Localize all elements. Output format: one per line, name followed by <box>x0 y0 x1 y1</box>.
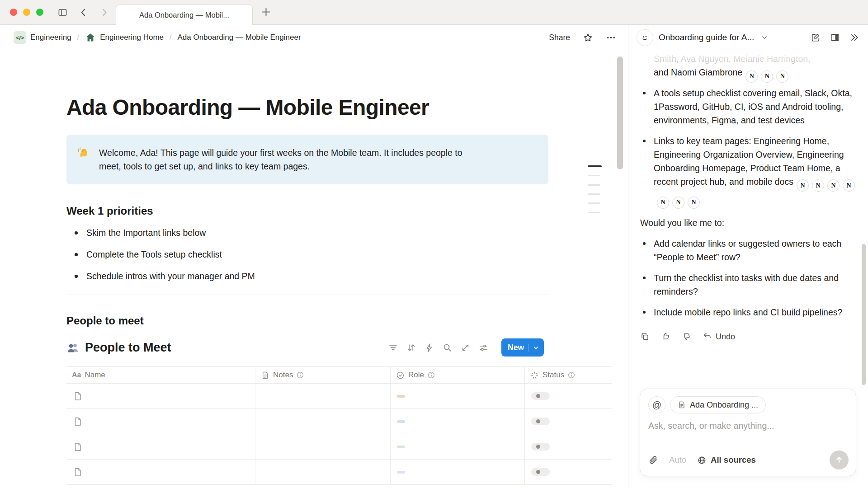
notion-page-badge-icon[interactable]: N <box>745 70 758 83</box>
cell-role[interactable] <box>390 384 524 408</box>
page-doc-icon <box>73 442 83 452</box>
ai-panel-scrollbar[interactable] <box>862 244 866 385</box>
page-doc-icon <box>73 391 83 401</box>
minimize-window-button[interactable] <box>23 9 30 16</box>
week1-item: Skim the Important links below <box>66 226 628 239</box>
people-table: Aa Name Notes Role St <box>66 366 612 485</box>
zoom-window-button[interactable] <box>36 9 43 16</box>
status-pill <box>531 468 550 476</box>
info-icon[interactable] <box>568 371 575 379</box>
breadcrumb-separator: / <box>170 33 171 42</box>
outline-line[interactable] <box>588 165 602 167</box>
outline-line[interactable] <box>588 184 600 186</box>
search-icon[interactable] <box>443 343 452 352</box>
cell-name[interactable] <box>66 434 255 459</box>
expand-icon[interactable] <box>461 343 470 352</box>
cell-notes[interactable] <box>255 409 390 434</box>
cell-role[interactable] <box>390 460 524 484</box>
view-settings-icon[interactable] <box>479 343 488 352</box>
forward-icon[interactable] <box>99 7 109 18</box>
send-button[interactable] <box>830 450 849 469</box>
cell-name[interactable] <box>66 409 255 434</box>
notion-page-badge-icon[interactable]: N <box>827 179 840 192</box>
cell-status[interactable] <box>524 434 612 459</box>
close-window-button[interactable] <box>10 9 17 16</box>
automation-lightning-icon[interactable] <box>425 343 434 352</box>
status-dot <box>536 394 540 398</box>
sort-icon[interactable] <box>406 343 416 352</box>
cell-role[interactable] <box>390 434 524 459</box>
undo-button[interactable]: Undo <box>703 330 735 343</box>
table-row[interactable] <box>66 409 612 434</box>
cell-notes[interactable] <box>255 460 390 484</box>
new-button-chevron-icon[interactable] <box>528 344 544 352</box>
column-header-role[interactable]: Role <box>390 367 524 383</box>
column-header-notes[interactable]: Notes <box>255 367 390 383</box>
new-chat-compose-icon[interactable] <box>811 33 821 42</box>
back-icon[interactable] <box>78 7 89 18</box>
copy-icon[interactable] <box>640 332 650 341</box>
role-tag <box>397 471 405 474</box>
outline-line[interactable] <box>588 212 600 214</box>
column-header-status[interactable]: Status <box>524 367 612 383</box>
notion-page-badge-icon[interactable]: N <box>776 70 788 83</box>
cell-status[interactable] <box>524 409 612 434</box>
notion-page-badge-icon[interactable]: N <box>761 70 773 83</box>
cell-status[interactable] <box>524 384 612 408</box>
cell-status[interactable] <box>524 460 612 484</box>
notion-page-badge-icon[interactable]: N <box>843 179 855 192</box>
filter-icon[interactable] <box>388 343 398 352</box>
more-options-icon[interactable] <box>606 33 616 43</box>
thread-chevron-down-icon[interactable] <box>760 33 769 42</box>
all-sources-button[interactable]: All sources <box>697 455 756 465</box>
cell-name[interactable] <box>66 460 255 484</box>
cell-notes[interactable] <box>255 384 390 408</box>
notion-page-badge-icon[interactable]: N <box>657 197 669 209</box>
collapse-panel-icon[interactable] <box>849 33 859 42</box>
panel-layout-icon[interactable] <box>830 33 840 42</box>
table-row[interactable] <box>66 434 612 460</box>
breadcrumb-workspace[interactable]: </> Engineering <box>12 30 73 45</box>
new-button[interactable]: New <box>501 338 544 357</box>
info-icon[interactable] <box>297 371 304 379</box>
main-scrollbar[interactable] <box>617 56 623 169</box>
breadcrumb-home[interactable]: Engineering Home <box>83 31 165 44</box>
notion-page-badge-icon[interactable]: N <box>812 179 824 192</box>
outline-line[interactable] <box>588 175 600 177</box>
info-icon[interactable] <box>428 371 435 379</box>
breadcrumb-current-page[interactable]: Ada Onboarding — Mobile Engineer <box>175 32 302 43</box>
favorite-star-icon[interactable] <box>583 33 593 43</box>
status-pill <box>531 418 550 425</box>
toggle-sidebar-icon[interactable] <box>57 7 68 18</box>
ai-suggestions-list: Add calendar links or suggested owners t… <box>640 237 856 319</box>
ai-chat-input[interactable] <box>648 421 848 431</box>
notion-page-badge-icon[interactable]: N <box>672 197 684 209</box>
browser-tab[interactable]: Ada Onboarding — Mobil... <box>116 4 253 25</box>
divider <box>66 295 548 295</box>
new-tab-icon[interactable] <box>260 6 272 18</box>
welcome-callout: Welcome, Ada! This page will guide your … <box>66 135 548 184</box>
cell-name[interactable] <box>66 384 255 408</box>
table-row[interactable] <box>66 460 612 485</box>
column-header-name[interactable]: Aa Name <box>66 367 255 383</box>
notion-page-badge-icon[interactable]: N <box>688 197 700 209</box>
outline-line[interactable] <box>588 193 600 195</box>
table-row[interactable] <box>66 384 612 409</box>
attach-paperclip-icon[interactable] <box>648 455 658 465</box>
status-dot <box>536 445 540 449</box>
role-tag <box>397 446 405 448</box>
share-button[interactable]: Share <box>549 33 570 42</box>
thumbs-up-icon[interactable] <box>661 332 670 341</box>
notion-page-badge-icon[interactable]: N <box>797 179 809 192</box>
role-tag <box>397 420 405 423</box>
mention-button[interactable]: @ <box>648 396 665 413</box>
auto-mode-button[interactable]: Auto <box>669 455 686 465</box>
cell-notes[interactable] <box>255 434 390 459</box>
database-header: People to Meet New <box>66 338 544 357</box>
thumbs-down-icon[interactable] <box>682 332 691 341</box>
cell-role[interactable] <box>390 409 524 434</box>
ai-suggestion-item: Add calendar links or suggested owners t… <box>640 237 856 264</box>
outline-line[interactable] <box>588 202 600 204</box>
context-page-pill[interactable]: Ada Onboarding ... <box>670 396 766 413</box>
select-type-icon <box>396 371 405 380</box>
